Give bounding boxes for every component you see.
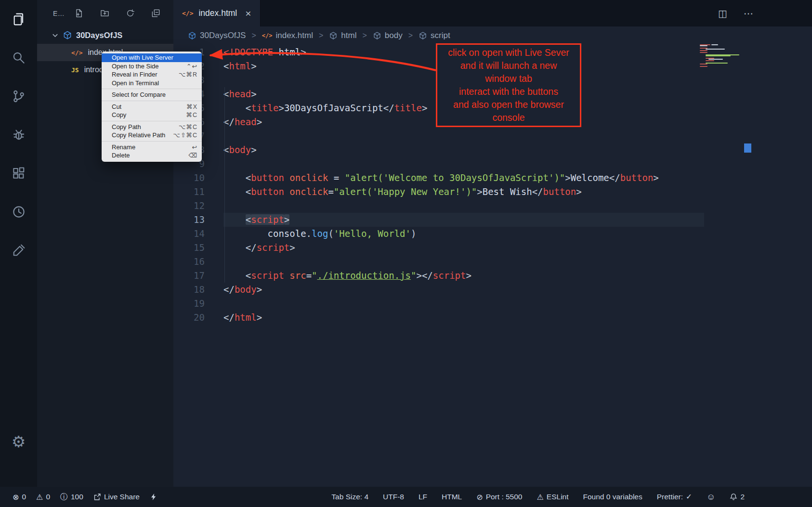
- code-line-15[interactable]: </script>: [223, 241, 704, 255]
- code-line-11[interactable]: <button onclick="alert('Happy New Year!'…: [223, 185, 704, 199]
- status-item-found-0-variables[interactable]: Found 0 variables: [583, 493, 642, 501]
- code-line-16[interactable]: [223, 255, 704, 269]
- status-item-0[interactable]: ⊗0: [13, 493, 26, 502]
- menu-item-copy[interactable]: Copy⌘C: [102, 111, 202, 119]
- code-line-19[interactable]: [223, 297, 704, 311]
- settings-gear-icon[interactable]: ⚙: [8, 431, 29, 452]
- status-bar: ⊗0⚠0ⓘ100Live Share Tab Size: 4UTF-8LFHTM…: [0, 487, 812, 507]
- close-icon[interactable]: ×: [245, 8, 251, 19]
- menu-item-label: Cut: [112, 103, 121, 110]
- menu-item-select-for-compare[interactable]: Select for Compare: [102, 91, 202, 99]
- tab-index-html[interactable]: </> index.html ×: [173, 0, 261, 26]
- line-number: 12: [173, 199, 205, 213]
- explorer-icon[interactable]: [8, 9, 29, 30]
- status-item-label: 2: [740, 493, 745, 501]
- menu-separator: [102, 121, 202, 121]
- menu-item-label: Copy Path: [112, 123, 141, 130]
- breadcrumb-separator: >: [408, 31, 413, 40]
- status-item-smiley-icon[interactable]: ☺: [707, 492, 715, 502]
- menu-item-label: Copy: [112, 111, 126, 118]
- bell-icon: [730, 493, 737, 501]
- status-item-100[interactable]: ⓘ100: [60, 492, 83, 502]
- status-item-prettier[interactable]: Prettier:✓: [657, 493, 692, 501]
- menu-item-copy-relative-path[interactable]: Copy Relative Path⌥⇧⌘C: [102, 131, 202, 140]
- refresh-icon[interactable]: [125, 9, 135, 18]
- vscode-window: ⚙ E… 30DaysOfJS </>index.htmlJSintroduct…: [0, 0, 812, 507]
- menu-item-open-in-terminal[interactable]: Open in Terminal: [102, 79, 202, 88]
- status-item-label: 100: [71, 493, 83, 501]
- status-item-label: HTML: [442, 493, 462, 501]
- status-item-lf[interactable]: LF: [419, 493, 427, 501]
- breadcrumb-item-script[interactable]: script: [419, 31, 450, 40]
- menu-item-open-to-the-side[interactable]: Open to the Side⌃↩: [102, 62, 202, 71]
- menu-item-copy-path[interactable]: Copy Path⌥⌘C: [102, 123, 202, 131]
- new-file-icon[interactable]: [74, 9, 84, 18]
- code-line-17[interactable]: <script src="./introduction.js"></script…: [223, 269, 704, 283]
- minimap[interactable]: [700, 44, 744, 67]
- status-item-label: LF: [419, 493, 427, 501]
- status-item-live-share[interactable]: Live Share: [93, 493, 140, 501]
- debug-icon[interactable]: [8, 124, 29, 145]
- menu-item-open-with-live-server[interactable]: Open with Live Server: [102, 53, 202, 62]
- status-item-utf-8[interactable]: UTF-8: [383, 493, 404, 501]
- code-line-13[interactable]: <script>: [223, 213, 704, 227]
- code-line-14[interactable]: console.log('Hello, World'): [223, 227, 704, 241]
- status-item-html[interactable]: HTML: [442, 493, 462, 501]
- html-file-icon: </>: [182, 10, 193, 17]
- overview-ruler-marker: [744, 143, 751, 153]
- more-actions-icon[interactable]: ⋯: [744, 8, 753, 19]
- code-line-18[interactable]: </body>: [223, 283, 704, 297]
- code-line-9[interactable]: [223, 157, 704, 171]
- search-icon[interactable]: [8, 47, 29, 68]
- line-number: 13: [173, 213, 205, 227]
- breadcrumb-separator: >: [362, 31, 367, 40]
- menu-item-shortcut: ⌥⌘R: [179, 71, 197, 78]
- status-item-2[interactable]: 2: [730, 493, 745, 501]
- extensions-icon[interactable]: [8, 163, 29, 184]
- line-number: 14: [173, 227, 205, 241]
- code-line-8[interactable]: <body>: [223, 143, 704, 157]
- new-folder-icon[interactable]: [100, 9, 109, 18]
- file-type-icon: JS: [71, 66, 79, 74]
- menu-item-cut[interactable]: Cut⌘X: [102, 103, 202, 111]
- status-item-eslint[interactable]: ⚠ESLint: [537, 493, 568, 502]
- annotation-text-line: and also open the browser: [439, 98, 578, 111]
- tab-bar: </> index.html × ◫⋯: [173, 0, 812, 26]
- breadcrumb-item-body[interactable]: body: [373, 31, 403, 40]
- collapse-all-icon[interactable]: [151, 9, 160, 18]
- folder-box-icon: [188, 31, 196, 40]
- breadcrumb-item-index-html[interactable]: </>index.html: [262, 31, 313, 40]
- source-control-icon[interactable]: [8, 86, 29, 107]
- menu-item-reveal-in-finder[interactable]: Reveal in Finder⌥⌘R: [102, 70, 202, 79]
- menu-item-label: Open with Live Server: [112, 54, 173, 61]
- annotation-text-line: interact with the buttons: [439, 85, 578, 98]
- menu-item-rename[interactable]: Rename↩: [102, 143, 202, 152]
- status-item-port-5500[interactable]: ⊘Port : 5500: [476, 493, 522, 502]
- menu-item-shortcut: ⌫: [188, 152, 197, 159]
- split-editor-icon[interactable]: ◫: [718, 8, 727, 19]
- tab-label: index.html: [198, 8, 237, 18]
- history-icon[interactable]: [8, 201, 29, 222]
- status-item-label: UTF-8: [383, 493, 404, 501]
- code-line-7[interactable]: [223, 129, 704, 143]
- breadcrumb-label: index.html: [275, 31, 313, 40]
- status-item-0[interactable]: ⚠0: [36, 493, 50, 502]
- code-line-20[interactable]: </html>: [223, 311, 704, 325]
- error-icon: ⊗: [13, 493, 19, 502]
- tree-root-folder[interactable]: 30DaysOfJS: [37, 26, 173, 44]
- breadcrumb-item-html[interactable]: html: [329, 31, 356, 40]
- code-line-10[interactable]: <button onclick = "alert('Welcome to 30D…: [223, 171, 704, 185]
- status-item-lightning-icon[interactable]: [150, 493, 157, 501]
- menu-item-label: Delete: [112, 152, 130, 159]
- menu-item-shortcut: ⌃↩: [186, 63, 197, 70]
- code-line-12[interactable]: [223, 199, 704, 213]
- menu-item-delete[interactable]: Delete⌫: [102, 151, 202, 160]
- pen-icon[interactable]: [8, 240, 29, 261]
- annotation-text-line: and it will launch a new: [439, 59, 578, 72]
- breadcrumb-item-30daysofjs[interactable]: 30DaysOfJS: [188, 31, 246, 40]
- html-file-icon: </>: [262, 32, 273, 39]
- menu-item-label: Open in Terminal: [112, 79, 159, 87]
- menu-separator: [102, 141, 202, 142]
- tab-actions: ◫⋯: [718, 0, 753, 26]
- status-item-tab-size-4[interactable]: Tab Size: 4: [331, 493, 368, 501]
